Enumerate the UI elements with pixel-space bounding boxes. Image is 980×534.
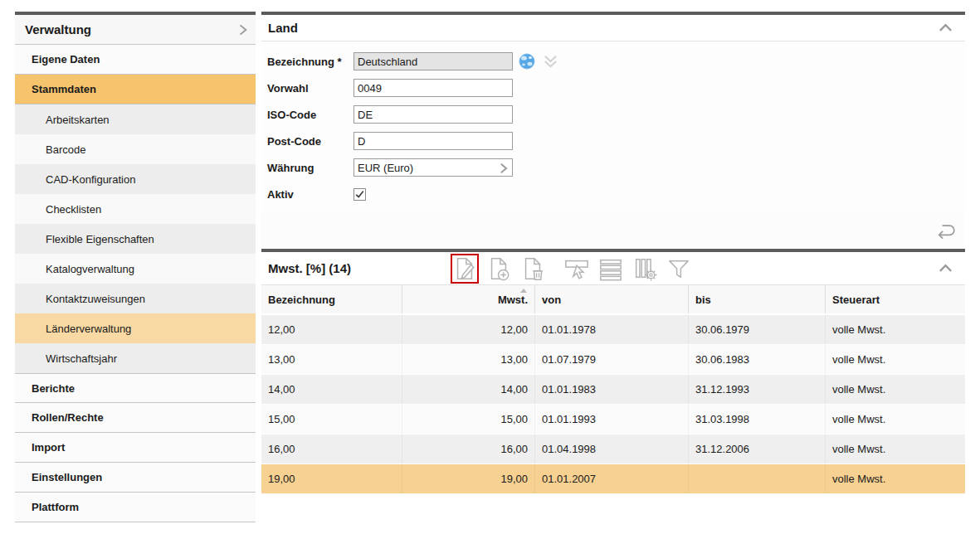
table-cell: 30.06.1983 xyxy=(689,345,826,374)
sidebar-item-plattform[interactable]: Plattform xyxy=(15,493,256,522)
sidebar-item-label: Länderverwaltung xyxy=(46,323,131,335)
column-header-mwst[interactable]: Mwst. xyxy=(402,285,535,313)
double-chevron-down-icon[interactable] xyxy=(543,54,558,69)
rows-view-icon[interactable] xyxy=(597,254,625,284)
sidebar-item-kontaktzuweisungen[interactable]: Kontaktzuweisungen xyxy=(15,284,256,313)
field-label: Bezeichnung * xyxy=(267,56,353,68)
land-panel-header: Land xyxy=(261,15,965,41)
table-cell: 01.01.1993 xyxy=(535,405,689,434)
undo-icon[interactable] xyxy=(933,221,957,243)
sidebar-header: Verwaltung xyxy=(15,15,256,45)
edit-record-icon[interactable] xyxy=(451,254,479,284)
sidebar-item-flexible-eigenschaften[interactable]: Flexible Eigenschaften xyxy=(15,224,256,254)
column-settings-icon[interactable] xyxy=(631,254,659,284)
column-header-label: Bezeichnung xyxy=(268,294,335,306)
input-value: Deutschland xyxy=(358,56,417,68)
sidebar-item-label: Checklisten xyxy=(46,203,101,216)
table-row[interactable]: 15,0015,0001.01.199331.03.1998volle Mwst… xyxy=(261,405,965,434)
table-row[interactable]: 16,0016,0001.04.199831.12.2006volle Mwst… xyxy=(261,434,965,464)
table-cell: 01.07.1979 xyxy=(535,345,689,374)
sidebar-item-katalogverwaltung[interactable]: Katalogverwaltung xyxy=(15,254,256,284)
select-row-icon[interactable] xyxy=(563,254,591,284)
aktiv-checkbox[interactable] xyxy=(353,188,366,201)
table-cell: 16,00 xyxy=(402,434,535,464)
sidebar-item-import[interactable]: Import xyxy=(15,433,256,463)
globe-icon[interactable] xyxy=(519,53,535,70)
sidebar-item-arbeitskarten[interactable]: Arbeitskarten xyxy=(15,104,256,134)
column-header-label: von xyxy=(542,294,561,306)
column-header-label: bis xyxy=(695,294,711,306)
sidebar-item-laenderverwaltung[interactable]: Länderverwaltung xyxy=(15,313,256,343)
sidebar-item-label: Plattform xyxy=(32,501,79,513)
sidebar-item-label: Import xyxy=(32,441,65,454)
sidebar-item-berichte[interactable]: Berichte xyxy=(15,373,256,403)
table-cell: 01.04.1998 xyxy=(535,434,689,464)
sidebar-item-label: Flexible Eigenschaften xyxy=(46,233,154,245)
column-header-von[interactable]: von xyxy=(535,285,689,313)
sidebar-item-einstellungen[interactable]: Einstellungen xyxy=(15,463,256,493)
column-header-bis[interactable]: bis xyxy=(689,285,826,313)
vorwahl-input[interactable]: 0049 xyxy=(353,79,513,97)
collapse-mwst-icon[interactable] xyxy=(936,262,955,274)
filter-icon[interactable] xyxy=(665,254,693,284)
table-cell: volle Mwst. xyxy=(826,464,965,493)
input-value: D xyxy=(358,135,365,148)
land-form: Bezeichnung *DeutschlandVorwahl0049ISO-C… xyxy=(261,41,965,214)
delete-record-icon[interactable] xyxy=(519,254,547,284)
form-field-aktiv: Aktiv xyxy=(261,181,965,207)
sidebar-item-label: Kontaktzuweisungen xyxy=(46,293,145,305)
sidebar-item-checklisten[interactable]: Checklisten xyxy=(15,194,256,224)
sidebar-item-label: Eigene Daten xyxy=(32,53,100,66)
table-cell: volle Mwst. xyxy=(826,345,965,374)
table-cell: 31.12.2006 xyxy=(689,434,826,464)
table-row[interactable]: 19,0019,0001.01.2007volle Mwst. xyxy=(261,464,965,494)
mwst-panel: Mwst. [%] (14) BezeichnungMwst.vonbisSte… xyxy=(261,249,965,494)
table-cell: volle Mwst. xyxy=(826,405,965,434)
table-cell: 01.01.1983 xyxy=(535,375,689,404)
form-field-vorwahl: Vorwahl0049 xyxy=(261,75,965,101)
table-cell: 19,00 xyxy=(261,464,402,493)
add-record-icon[interactable] xyxy=(485,254,513,284)
iso-code-input[interactable]: DE xyxy=(353,105,513,124)
mwst-toolbar xyxy=(451,252,693,284)
form-field-iso-code: ISO-CodeDE xyxy=(261,101,965,128)
picker-chevron-icon[interactable] xyxy=(498,162,509,177)
sidebar-item-eigene-daten[interactable]: Eigene Daten xyxy=(15,45,256,75)
sidebar-item-label: Rollen/Rechte xyxy=(32,411,104,424)
waehrung-input[interactable]: EUR (Euro) xyxy=(353,158,513,177)
sidebar-item-stammdaten[interactable]: Stammdaten xyxy=(15,75,256,104)
chevron-right-icon[interactable] xyxy=(236,22,249,38)
table-cell: 12,00 xyxy=(402,315,535,344)
sidebar-title: Verwaltung xyxy=(25,22,236,36)
table-cell: 13,00 xyxy=(261,345,402,374)
mwst-table: BezeichnungMwst.vonbisSteuerart 12,0012,… xyxy=(261,285,965,494)
table-row[interactable]: 13,0013,0001.07.197930.06.1983volle Mwst… xyxy=(261,345,965,375)
column-header-steuerart[interactable]: Steuerart xyxy=(826,285,965,313)
land-panel-title: Land xyxy=(268,21,298,35)
field-label: Währung xyxy=(267,162,353,174)
sidebar-item-label: Barcode xyxy=(46,143,85,156)
table-row[interactable]: 12,0012,0001.01.197830.06.1979volle Mwst… xyxy=(261,315,965,345)
sidebar-item-rollen-rechte[interactable]: Rollen/Rechte xyxy=(15,403,256,433)
sidebar-item-label: Wirtschaftsjahr xyxy=(46,352,117,365)
sidebar-item-barcode[interactable]: Barcode xyxy=(15,134,256,164)
input-value: EUR (Euro) xyxy=(358,162,413,174)
bezeichnung-input[interactable]: Deutschland xyxy=(353,52,513,70)
post-code-input[interactable]: D xyxy=(353,132,513,150)
table-header-row: BezeichnungMwst.vonbisSteuerart xyxy=(261,285,965,315)
mwst-panel-header: Mwst. [%] (14) xyxy=(261,252,965,285)
app-root: Verwaltung Eigene DatenStammdatenArbeits… xyxy=(0,0,980,534)
collapse-land-icon[interactable] xyxy=(936,22,955,34)
table-cell: volle Mwst. xyxy=(826,315,965,344)
sidebar-item-wirtschaftsjahr[interactable]: Wirtschaftsjahr xyxy=(15,343,256,373)
table-row[interactable]: 14,0014,0001.01.198331.12.1993volle Mwst… xyxy=(261,375,965,405)
sidebar: Verwaltung Eigene DatenStammdatenArbeits… xyxy=(15,12,256,522)
main-area: Land Bezeichnung *DeutschlandVorwahl0049… xyxy=(261,12,965,494)
column-header-bezeichnung[interactable]: Bezeichnung xyxy=(261,285,402,313)
field-label: Vorwahl xyxy=(267,82,353,95)
sidebar-item-cad-konfiguration[interactable]: CAD-Konfiguration xyxy=(15,164,256,194)
sidebar-item-label: Katalogverwaltung xyxy=(46,263,134,275)
table-cell: 01.01.2007 xyxy=(535,464,689,493)
sidebar-item-label: Einstellungen xyxy=(32,471,102,483)
table-cell: 12,00 xyxy=(261,315,402,344)
